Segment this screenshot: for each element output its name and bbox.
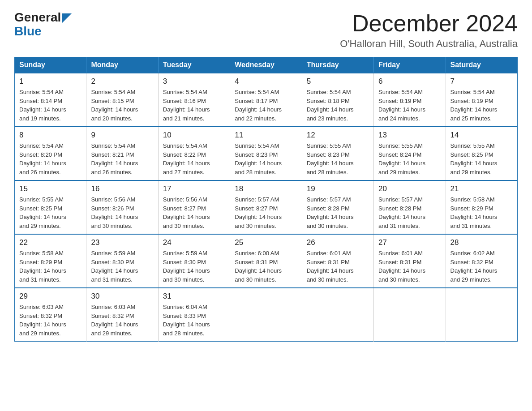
daylight-minutes: and 31 minutes.: [450, 223, 492, 229]
sunrise-label: Sunrise: 5:54 AM: [19, 142, 64, 149]
sunrise-label: Sunrise: 6:00 AM: [235, 250, 279, 257]
calendar-cell: 19 Sunrise: 5:57 AM Sunset: 8:28 PM Dayl…: [302, 180, 373, 234]
daylight-minutes: and 29 minutes.: [378, 169, 420, 176]
daylight-minutes: and 29 minutes.: [450, 169, 492, 176]
daylight-label: Daylight: 14 hours: [450, 267, 498, 274]
sunset-label: Sunset: 8:17 PM: [235, 98, 278, 104]
day-info: Sunrise: 5:54 AM Sunset: 8:19 PM Dayligh…: [450, 88, 513, 123]
page-title: December 2024: [340, 11, 518, 36]
daylight-label: Daylight: 14 hours: [19, 321, 66, 328]
calendar-cell: [446, 288, 517, 342]
day-info: Sunrise: 5:59 AM Sunset: 8:30 PM Dayligh…: [91, 249, 153, 284]
calendar-cell: [302, 288, 373, 342]
sunrise-label: Sunrise: 5:55 AM: [378, 142, 423, 149]
weekday-header-row: SundayMondayTuesdayWednesdayThursdayFrid…: [15, 57, 518, 73]
day-number: 16: [91, 184, 153, 193]
daylight-label: Daylight: 14 hours: [450, 160, 498, 167]
weekday-header-monday: Monday: [86, 57, 158, 73]
daylight-label: Daylight: 14 hours: [378, 267, 425, 274]
day-number: 13: [378, 131, 441, 140]
daylight-minutes: and 23 minutes.: [307, 115, 348, 122]
calendar-cell: 14 Sunrise: 5:55 AM Sunset: 8:25 PM Dayl…: [446, 127, 517, 180]
day-number: 31: [163, 292, 225, 301]
daylight-label: Daylight: 14 hours: [163, 106, 210, 113]
calendar-cell: 12 Sunrise: 5:55 AM Sunset: 8:23 PM Dayl…: [302, 127, 373, 180]
daylight-label: Daylight: 14 hours: [235, 106, 282, 113]
daylight-minutes: and 30 minutes.: [307, 276, 348, 283]
day-info: Sunrise: 5:58 AM Sunset: 8:29 PM Dayligh…: [19, 249, 82, 284]
sunrise-label: Sunrise: 6:03 AM: [19, 304, 64, 310]
day-info: Sunrise: 5:56 AM Sunset: 8:26 PM Dayligh…: [91, 195, 153, 230]
sunset-label: Sunset: 8:23 PM: [307, 151, 350, 158]
daylight-minutes: and 30 minutes.: [235, 276, 276, 283]
calendar-cell: 26 Sunrise: 6:01 AM Sunset: 8:31 PM Dayl…: [302, 234, 373, 288]
sunrise-label: Sunrise: 5:54 AM: [19, 89, 64, 95]
daylight-label: Daylight: 14 hours: [19, 267, 66, 274]
daylight-label: Daylight: 14 hours: [450, 214, 498, 220]
day-number: 11: [235, 131, 297, 140]
day-info: Sunrise: 6:04 AM Sunset: 8:33 PM Dayligh…: [163, 303, 225, 338]
weekday-header-tuesday: Tuesday: [158, 57, 230, 73]
day-number: 17: [163, 184, 225, 193]
daylight-label: Daylight: 14 hours: [235, 267, 282, 274]
daylight-minutes: and 25 minutes.: [450, 115, 492, 122]
sunset-label: Sunset: 8:31 PM: [307, 259, 350, 265]
day-number: 24: [163, 238, 225, 247]
calendar-cell: 15 Sunrise: 5:55 AM Sunset: 8:25 PM Dayl…: [15, 180, 86, 234]
sunset-label: Sunset: 8:19 PM: [378, 98, 421, 104]
page-subtitle: O'Halloran Hill, South Australia, Austra…: [340, 38, 518, 50]
weekday-header-wednesday: Wednesday: [230, 57, 302, 73]
day-number: 2: [91, 77, 153, 86]
daylight-minutes: and 30 minutes.: [378, 276, 420, 283]
calendar-cell: 20 Sunrise: 5:57 AM Sunset: 8:28 PM Dayl…: [374, 180, 446, 234]
sunset-label: Sunset: 8:21 PM: [91, 151, 134, 158]
daylight-label: Daylight: 14 hours: [307, 160, 354, 167]
sunrise-label: Sunrise: 6:01 AM: [307, 250, 351, 257]
weekday-header-sunday: Sunday: [15, 57, 86, 73]
calendar-cell: 31 Sunrise: 6:04 AM Sunset: 8:33 PM Dayl…: [158, 288, 230, 342]
daylight-label: Daylight: 14 hours: [163, 214, 210, 220]
daylight-label: Daylight: 14 hours: [307, 267, 354, 274]
day-number: 7: [450, 77, 513, 86]
sunrise-label: Sunrise: 5:56 AM: [163, 196, 207, 203]
daylight-minutes: and 30 minutes.: [91, 223, 133, 229]
calendar-week-4: 22 Sunrise: 5:58 AM Sunset: 8:29 PM Dayl…: [15, 234, 518, 288]
calendar-cell: 4 Sunrise: 5:54 AM Sunset: 8:17 PM Dayli…: [230, 73, 302, 127]
sunset-label: Sunset: 8:14 PM: [19, 98, 62, 104]
sunset-label: Sunset: 8:15 PM: [91, 98, 134, 104]
day-number: 18: [235, 184, 297, 193]
daylight-minutes: and 30 minutes.: [307, 223, 348, 229]
sunrise-label: Sunrise: 5:58 AM: [450, 196, 495, 203]
sunset-label: Sunset: 8:24 PM: [378, 151, 421, 158]
daylight-minutes: and 19 minutes.: [19, 115, 61, 122]
sunset-label: Sunset: 8:27 PM: [163, 205, 206, 212]
title-block: December 2024 O'Halloran Hill, South Aus…: [340, 11, 518, 50]
day-number: 6: [378, 77, 441, 86]
calendar-week-2: 8 Sunrise: 5:54 AM Sunset: 8:20 PM Dayli…: [15, 127, 518, 180]
sunset-label: Sunset: 8:31 PM: [378, 259, 421, 265]
day-info: Sunrise: 6:03 AM Sunset: 8:32 PM Dayligh…: [19, 303, 82, 338]
daylight-minutes: and 29 minutes.: [19, 223, 61, 229]
day-number: 21: [450, 184, 513, 193]
day-info: Sunrise: 5:58 AM Sunset: 8:29 PM Dayligh…: [450, 195, 513, 230]
day-number: 23: [91, 238, 153, 247]
calendar-table: SundayMondayTuesdayWednesdayThursdayFrid…: [14, 57, 518, 342]
daylight-label: Daylight: 14 hours: [378, 106, 425, 113]
sunrise-label: Sunrise: 5:59 AM: [163, 250, 207, 257]
calendar-cell: 13 Sunrise: 5:55 AM Sunset: 8:24 PM Dayl…: [374, 127, 446, 180]
daylight-minutes: and 26 minutes.: [19, 169, 61, 176]
day-info: Sunrise: 5:55 AM Sunset: 8:23 PM Dayligh…: [307, 141, 369, 176]
day-info: Sunrise: 5:54 AM Sunset: 8:22 PM Dayligh…: [163, 141, 225, 176]
day-info: Sunrise: 6:02 AM Sunset: 8:32 PM Dayligh…: [450, 249, 513, 284]
day-info: Sunrise: 5:54 AM Sunset: 8:17 PM Dayligh…: [235, 88, 297, 123]
day-info: Sunrise: 5:54 AM Sunset: 8:23 PM Dayligh…: [235, 141, 297, 176]
day-number: 4: [235, 77, 297, 86]
daylight-label: Daylight: 14 hours: [307, 106, 354, 113]
weekday-header-thursday: Thursday: [302, 57, 373, 73]
daylight-label: Daylight: 14 hours: [19, 214, 66, 220]
calendar-cell: 6 Sunrise: 5:54 AM Sunset: 8:19 PM Dayli…: [374, 73, 446, 127]
day-info: Sunrise: 5:57 AM Sunset: 8:28 PM Dayligh…: [378, 195, 441, 230]
day-info: Sunrise: 6:01 AM Sunset: 8:31 PM Dayligh…: [307, 249, 369, 284]
sunrise-label: Sunrise: 5:54 AM: [91, 89, 135, 95]
day-number: 8: [19, 131, 82, 140]
